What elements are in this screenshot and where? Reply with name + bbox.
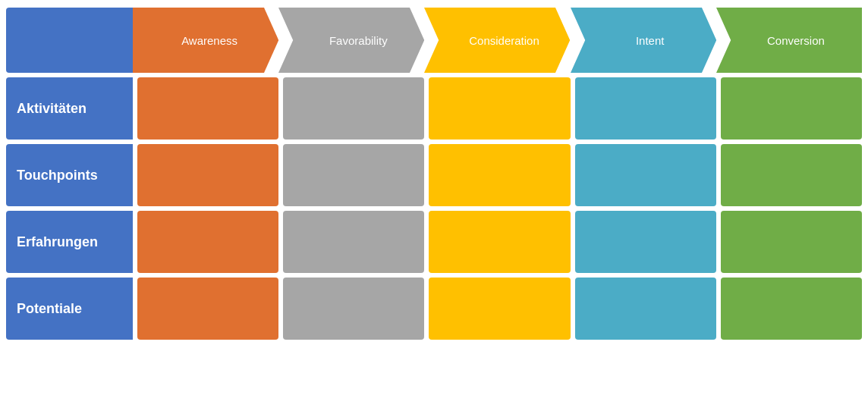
cell-3-3 bbox=[575, 278, 716, 340]
cell-1-3 bbox=[575, 144, 716, 206]
cell-3-0 bbox=[137, 278, 278, 340]
row-header-1: Touchpoints bbox=[6, 144, 133, 206]
cell-0-4 bbox=[721, 77, 862, 140]
cell-3-1 bbox=[283, 278, 424, 340]
cells-container-3 bbox=[133, 278, 862, 340]
data-row-3: Potentiale bbox=[6, 278, 862, 340]
cells-container-0 bbox=[133, 77, 862, 140]
chevron-awareness: Awareness bbox=[133, 8, 278, 73]
data-row-0: Aktivitäten bbox=[6, 77, 862, 140]
row-header-2: Erfahrungen bbox=[6, 211, 133, 273]
cell-0-2 bbox=[429, 77, 570, 140]
row-header-3: Potentiale bbox=[6, 278, 133, 340]
cell-2-0 bbox=[137, 211, 278, 273]
svg-marker-2 bbox=[424, 8, 570, 73]
cell-1-1 bbox=[283, 144, 424, 206]
svg-marker-0 bbox=[133, 8, 278, 73]
cell-2-4 bbox=[721, 211, 862, 273]
cell-1-0 bbox=[137, 144, 278, 206]
header-row: AwarenessFavorabilityConsiderationIntent… bbox=[6, 8, 862, 73]
cell-2-3 bbox=[575, 211, 716, 273]
chevrons-container: AwarenessFavorabilityConsiderationIntent… bbox=[133, 8, 862, 73]
svg-marker-1 bbox=[278, 8, 424, 73]
svg-marker-3 bbox=[571, 8, 716, 73]
cell-0-3 bbox=[575, 77, 716, 140]
cell-0-0 bbox=[137, 77, 278, 140]
phase-header bbox=[6, 8, 133, 73]
chevron-intent: Intent bbox=[571, 8, 716, 73]
cell-1-4 bbox=[721, 144, 862, 206]
chevron-conversion: Conversion bbox=[716, 8, 862, 73]
chevron-favorability: Favorability bbox=[278, 8, 424, 73]
cells-container-1 bbox=[133, 144, 862, 206]
cell-2-1 bbox=[283, 211, 424, 273]
svg-marker-4 bbox=[716, 8, 862, 73]
cell-3-2 bbox=[429, 278, 570, 340]
cell-3-4 bbox=[721, 278, 862, 340]
main-container: AwarenessFavorabilityConsiderationIntent… bbox=[0, 0, 868, 414]
data-rows-container: AktivitätenTouchpointsErfahrungenPotenti… bbox=[6, 77, 862, 340]
cell-0-1 bbox=[283, 77, 424, 140]
chevron-consideration: Consideration bbox=[424, 8, 570, 73]
cells-container-2 bbox=[133, 211, 862, 273]
row-header-0: Aktivitäten bbox=[6, 77, 133, 140]
data-row-2: Erfahrungen bbox=[6, 211, 862, 273]
data-row-1: Touchpoints bbox=[6, 144, 862, 206]
cell-2-2 bbox=[429, 211, 570, 273]
cell-1-2 bbox=[429, 144, 570, 206]
